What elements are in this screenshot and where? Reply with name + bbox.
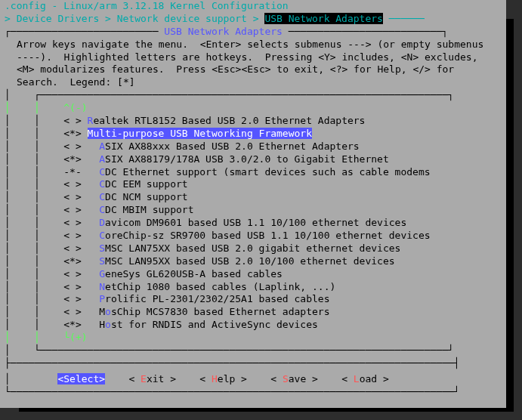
menu-item[interactable]: │ │ <*> Multi-purpose USB Networking Fra…	[5, 128, 502, 141]
menu-item[interactable]: │ │ < > CDC EEM support	[5, 178, 502, 191]
menu-item[interactable]: │ │ <*> ASIX AX88179/178A USB 3.0/2.0 to…	[5, 153, 502, 166]
menu-item[interactable]: │ │ < > GeneSys GL620USB-A based cables	[5, 268, 502, 281]
help-text: Arrow keys navigate the menu. <Enter> se…	[0, 39, 506, 90]
menu-item[interactable]: │ │ < > CDC NCM support	[5, 191, 502, 204]
load-button[interactable]: < Load >	[341, 373, 389, 384]
save-button[interactable]: < Save >	[270, 373, 318, 384]
menu-item[interactable]: │ │ < > Davicom DM9601 based USB 1.1 10/…	[5, 217, 502, 230]
breadcrumb: > Device Drivers > Network device suppor…	[0, 13, 506, 26]
menu-item[interactable]: │ │ < > Prolific PL-2301/2302/25A1 based…	[5, 293, 502, 306]
menu-list[interactable]: │ │ < > Realtek RTL8152 Based USB 2.0 Et…	[5, 115, 502, 332]
menu-item[interactable]: │ │ < > SMSC LAN75XX based USB 2.0 gigab…	[5, 242, 502, 255]
breadcrumb-suffix: ──────	[383, 13, 425, 24]
breadcrumb-prefix: > Device Drivers > Network device suppor…	[5, 13, 264, 24]
menu-item[interactable]: │ │ < > Realtek RTL8152 Based USB 2.0 Et…	[5, 115, 502, 128]
config-title: .config - Linux/arm 3.12.18 Kernel Confi…	[0, 0, 506, 13]
menu-item[interactable]: │ │ < > CoreChip-sz SR9700 based USB 1.1…	[5, 230, 502, 242]
list-top-border: │ ┌─────────────────────────────────────…	[5, 89, 502, 102]
menu-item[interactable]: │ │ < > CDC MBIM support	[5, 204, 502, 217]
dialog-bottom-border: └───────────────────────────────────────…	[0, 386, 506, 399]
dialog-top-border: ┌───────────────────────── USB Network A…	[0, 26, 506, 39]
menuconfig-dialog: .config - Linux/arm 3.12.18 Kernel Confi…	[0, 0, 506, 408]
menu-item[interactable]: │ │ < > MosChip MCS7830 based Ethernet a…	[5, 306, 502, 319]
scroll-up-indicator[interactable]: │ │ ^(-)	[5, 102, 502, 115]
menu-item[interactable]: │ │ <*> Host for RNDIS and ActiveSync de…	[5, 319, 502, 332]
list-bottom-border: │ └─────────────────────────────────────…	[5, 344, 502, 357]
button-top-border: ├───────────────────────────────────────…	[0, 357, 506, 370]
button-row: │ <Select> < Exit > < Help > < Save > < …	[0, 370, 506, 386]
help-button[interactable]: < Help >	[199, 373, 247, 384]
terminal-window: .config - Linux/arm 3.12.18 Kernel Confi…	[0, 0, 522, 420]
menu-item[interactable]: │ │ -*- CDC Ethernet support (smart devi…	[5, 166, 502, 179]
exit-button[interactable]: < Exit >	[128, 373, 176, 384]
breadcrumb-current: USB Network Adapters	[264, 13, 383, 24]
menu-item[interactable]: │ │ < > NetChip 1080 based cables (Lapli…	[5, 281, 502, 294]
menu-item[interactable]: │ │ <*> SMSC LAN95XX based USB 2.0 10/10…	[5, 255, 502, 268]
dialog-title: USB Network Adapters	[164, 26, 283, 37]
select-button[interactable]: <Select>	[57, 373, 105, 384]
menu-item[interactable]: │ │ < > ASIX AX88xxx Based USB 2.0 Ether…	[5, 141, 502, 153]
scroll-down-indicator[interactable]: │ │ └(+)	[5, 332, 502, 344]
